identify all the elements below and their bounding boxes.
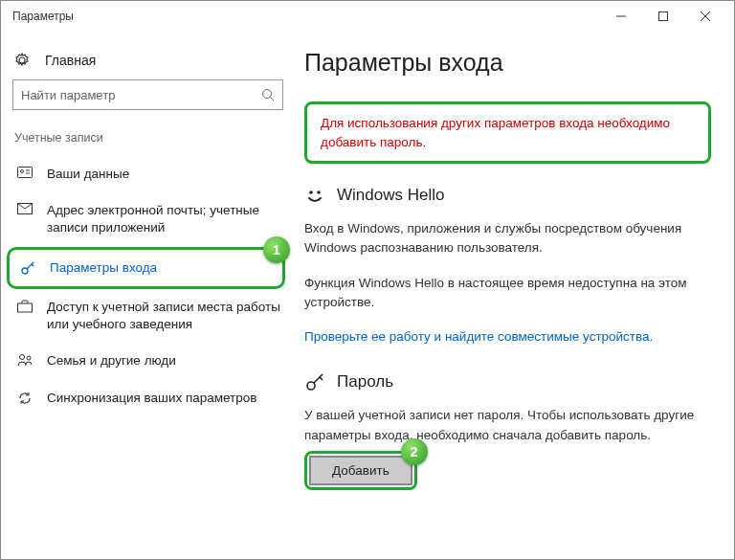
warning-message: Для использования других параметров вход…: [304, 101, 711, 164]
svg-rect-6: [18, 168, 33, 178]
hello-link[interactable]: Проверьте ее работу и найдите совместимы…: [304, 327, 711, 347]
search-icon: [261, 88, 275, 101]
svg-point-4: [263, 90, 272, 99]
section-label: Учетные записи: [7, 131, 293, 156]
password-heading-text: Пароль: [337, 372, 393, 392]
sync-icon: [14, 390, 35, 406]
svg-point-7: [21, 170, 24, 173]
svg-rect-1: [659, 12, 668, 21]
home-link[interactable]: Главная: [7, 49, 293, 79]
sidebar-item-family[interactable]: Семья и другие люди: [7, 343, 293, 379]
minimize-button[interactable]: [600, 3, 642, 30]
password-heading: Пароль: [304, 371, 711, 392]
password-desc: У вашей учетной записи нет пароля. Чтобы…: [304, 406, 711, 445]
svg-line-5: [271, 98, 275, 101]
hello-unavailable: Функция Windows Hello в настоящее время …: [304, 274, 711, 313]
home-label: Главная: [45, 53, 96, 68]
id-card-icon: [14, 166, 35, 178]
nav-label: Семья и другие люди: [47, 352, 176, 370]
sidebar-item-email-accounts[interactable]: Адрес электронной почты; учетные записи …: [7, 192, 293, 246]
nav-label: Синхронизация ваших параметров: [47, 390, 257, 407]
briefcase-icon: [14, 299, 35, 313]
nav-label: Доступ к учетной записи места работы или…: [47, 299, 285, 333]
search-input[interactable]: Найти параметр: [12, 79, 283, 110]
svg-point-17: [309, 190, 313, 194]
page-title: Параметры входа: [304, 49, 711, 77]
maximize-button[interactable]: [642, 3, 684, 30]
main-pane: Параметры входа Для использования других…: [293, 32, 734, 559]
svg-rect-14: [18, 303, 33, 312]
svg-point-19: [307, 382, 315, 390]
svg-point-15: [20, 355, 25, 360]
svg-line-13: [32, 264, 33, 266]
hello-heading-text: Windows Hello: [337, 186, 444, 205]
svg-line-21: [320, 377, 323, 380]
annotation-badge-1: 1: [263, 236, 290, 263]
nav-label: Адрес электронной почты; учетные записи …: [47, 202, 285, 236]
sidebar-item-work-access[interactable]: Доступ к учетной записи места работы или…: [7, 289, 293, 343]
nav-label: Ваши данные: [47, 166, 129, 183]
key-icon: [17, 259, 38, 276]
annotation-badge-2: 2: [401, 438, 428, 465]
search-placeholder: Найти параметр: [21, 88, 261, 102]
sidebar-item-your-info[interactable]: Ваши данные: [7, 156, 293, 192]
nav-label: Параметры входа: [50, 259, 157, 277]
sidebar-item-sign-in-options[interactable]: Параметры входа: [10, 250, 282, 286]
add-password-button[interactable]: Добавить: [309, 456, 412, 485]
smiley-icon: [304, 185, 325, 206]
titlebar: Параметры: [1, 1, 734, 32]
key-icon: [304, 371, 325, 392]
svg-point-16: [27, 356, 31, 360]
sidebar: Главная Найти параметр Учетные записи Ва…: [1, 32, 293, 559]
hello-desc: Вход в Windows, приложения и службы поср…: [304, 219, 711, 258]
annotation-highlight-2: Добавить 2: [304, 451, 417, 490]
hello-heading: Windows Hello: [304, 185, 711, 206]
annotation-highlight-1: Параметры входа 1: [7, 247, 285, 289]
gear-icon: [12, 53, 32, 68]
sidebar-item-sync[interactable]: Синхронизация ваших параметров: [7, 380, 293, 416]
window-title: Параметры: [9, 10, 600, 23]
mail-icon: [14, 202, 35, 214]
close-button[interactable]: [684, 3, 726, 30]
people-icon: [14, 352, 35, 367]
svg-point-18: [317, 190, 321, 194]
